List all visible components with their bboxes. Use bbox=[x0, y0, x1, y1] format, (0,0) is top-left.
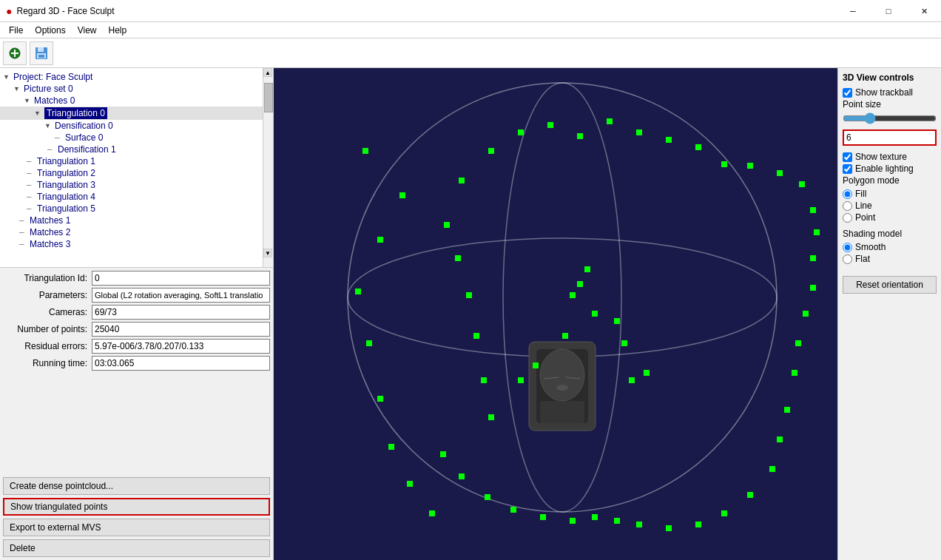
tree-item-matches0[interactable]: ▼ Matches 0 bbox=[0, 95, 273, 107]
tree-arrow-triangulation3: ─ bbox=[27, 181, 37, 189]
tree-label-pictureset: Picture set 0 bbox=[24, 84, 73, 94]
prop-value-cameras[interactable] bbox=[92, 305, 270, 320]
menu-help[interactable]: Help bbox=[103, 24, 133, 37]
3d-object bbox=[529, 342, 596, 431]
polygon-fill-row[interactable]: Fill bbox=[843, 189, 937, 199]
add-button[interactable] bbox=[3, 41, 27, 65]
tree-scrollbar[interactable]: ▼ ▲ bbox=[263, 68, 273, 268]
tree-item-matches3[interactable]: ─ Matches 3 bbox=[0, 238, 273, 250]
prop-row-cameras: Cameras: bbox=[3, 305, 270, 320]
viewport-canvas bbox=[274, 68, 837, 560]
shading-flat-label: Flat bbox=[855, 254, 870, 264]
shading-smooth-label: Smooth bbox=[855, 242, 886, 252]
viewport[interactable] bbox=[274, 68, 837, 560]
svg-rect-4 bbox=[38, 47, 44, 52]
menu-file[interactable]: File bbox=[3, 24, 29, 37]
prop-label-parameters: Parameters: bbox=[3, 290, 92, 300]
toolbar bbox=[0, 38, 941, 68]
main-layout: ▼ Project: Face Sculpt ▼ Picture set 0 ▼… bbox=[0, 68, 941, 560]
point-size-slider-container[interactable] bbox=[843, 112, 937, 126]
svg-point-8 bbox=[348, 238, 777, 357]
tree-arrow-matches3: ─ bbox=[19, 240, 30, 248]
reset-orientation-button[interactable]: Reset orientation bbox=[843, 276, 937, 294]
tree-item-triangulation1[interactable]: ─ Triangulation 1 bbox=[0, 155, 273, 167]
prop-value-parameters[interactable] bbox=[92, 288, 270, 303]
menu-bar: File Options View Help bbox=[0, 22, 941, 38]
shading-model-section: Shading model Smooth Flat bbox=[843, 229, 937, 264]
shading-smooth-radio[interactable] bbox=[843, 243, 852, 252]
properties-panel: Triangulation Id: Parameters: Cameras: N… bbox=[0, 268, 273, 474]
tree-label-triangulation4: Triangulation 4 bbox=[37, 192, 95, 202]
svg-rect-13 bbox=[540, 401, 584, 423]
tree-item-project[interactable]: ▼ Project: Face Sculpt bbox=[0, 71, 273, 83]
svg-point-12 bbox=[540, 349, 584, 401]
right-panel: 3D View controls Show trackball Point si… bbox=[837, 68, 941, 560]
tree-label-triangulation0: Triangulation 0 bbox=[44, 107, 107, 119]
tree-label-densification1: Densification 1 bbox=[58, 144, 116, 155]
point-size-slider[interactable] bbox=[843, 112, 937, 124]
show-texture-label: Show texture bbox=[855, 152, 907, 162]
show-texture-checkbox[interactable] bbox=[843, 152, 852, 162]
tree-item-surface0[interactable]: ─ Surface 0 bbox=[0, 132, 273, 144]
tree-item-densification1[interactable]: ─ Densification 1 bbox=[0, 144, 273, 155]
show-trackball-row[interactable]: Show trackball bbox=[843, 87, 937, 98]
tree-item-densification0[interactable]: ▼ Densification 0 bbox=[0, 120, 273, 132]
title-bar-controls: ─ □ ✕ bbox=[836, 0, 941, 22]
maximize-button[interactable]: □ bbox=[871, 0, 905, 22]
save-button[interactable] bbox=[30, 41, 53, 65]
add-icon bbox=[9, 47, 21, 59]
tree-label-surface0: Surface 0 bbox=[65, 132, 103, 143]
tree-item-triangulation4[interactable]: ─ Triangulation 4 bbox=[0, 191, 273, 203]
create-dense-pointcloud-button[interactable]: Create dense pointcloud... bbox=[3, 477, 270, 495]
prop-value-residual[interactable] bbox=[92, 339, 270, 354]
tree-arrow-densification0: ▼ bbox=[44, 122, 55, 129]
scroll-down-btn[interactable]: ▼ bbox=[263, 249, 272, 257]
show-triangulated-points-button[interactable]: Show triangulated points bbox=[3, 498, 270, 516]
tree-arrow-triangulation1: ─ bbox=[27, 158, 37, 165]
prop-value-triangulation-id[interactable] bbox=[92, 271, 270, 286]
polygon-point-row[interactable]: Point bbox=[843, 212, 937, 223]
prop-value-running-time[interactable] bbox=[92, 356, 270, 371]
minimize-button[interactable]: ─ bbox=[836, 0, 870, 22]
polygon-line-radio[interactable] bbox=[843, 201, 852, 211]
tree-item-triangulation0[interactable]: ▼ Triangulation 0 bbox=[0, 107, 273, 120]
prop-value-numpoints[interactable] bbox=[92, 322, 270, 337]
show-texture-row[interactable]: Show texture bbox=[843, 152, 937, 162]
tree-item-matches2[interactable]: ─ Matches 2 bbox=[0, 226, 273, 238]
polygon-line-row[interactable]: Line bbox=[843, 200, 937, 211]
tree-item-triangulation3[interactable]: ─ Triangulation 3 bbox=[0, 179, 273, 191]
tree-item-triangulation5[interactable]: ─ Triangulation 5 bbox=[0, 203, 273, 215]
tree-scroll-thumb[interactable] bbox=[264, 83, 273, 112]
shading-smooth-row[interactable]: Smooth bbox=[843, 242, 937, 252]
tree-item-matches1[interactable]: ─ Matches 1 bbox=[0, 215, 273, 226]
menu-options[interactable]: Options bbox=[29, 24, 71, 37]
point-size-input[interactable]: 6 bbox=[843, 129, 937, 146]
enable-lighting-row[interactable]: Enable lighting bbox=[843, 163, 937, 174]
panel-title: 3D View controls bbox=[843, 72, 937, 83]
tree-arrow-project: ▼ bbox=[3, 73, 13, 81]
prop-row-residual: Residual errors: bbox=[3, 339, 270, 354]
tree-item-triangulation2[interactable]: ─ Triangulation 2 bbox=[0, 167, 273, 179]
tree-label-triangulation2: Triangulation 2 bbox=[37, 168, 95, 178]
tree-arrow-matches0: ▼ bbox=[24, 97, 34, 104]
tree-view[interactable]: ▼ Project: Face Sculpt ▼ Picture set 0 ▼… bbox=[0, 68, 273, 268]
tree-arrow-triangulation2: ─ bbox=[27, 169, 37, 177]
close-button[interactable]: ✕ bbox=[907, 0, 941, 22]
scroll-up-btn[interactable]: ▲ bbox=[263, 68, 272, 77]
svg-point-7 bbox=[348, 83, 777, 512]
tree-arrow-matches1: ─ bbox=[19, 217, 30, 224]
polygon-point-label: Point bbox=[855, 212, 875, 223]
tree-label-project: Project: Face Sculpt bbox=[13, 72, 92, 82]
enable-lighting-checkbox[interactable] bbox=[843, 164, 852, 174]
tree-label-matches0: Matches 0 bbox=[34, 95, 75, 106]
polygon-fill-radio[interactable] bbox=[843, 189, 852, 199]
tree-item-pictureset[interactable]: ▼ Picture set 0 bbox=[0, 83, 273, 95]
show-trackball-checkbox[interactable] bbox=[843, 88, 852, 98]
menu-view[interactable]: View bbox=[72, 24, 103, 37]
prop-label-running-time: Running time: bbox=[3, 358, 92, 368]
export-external-mvs-button[interactable]: Export to external MVS bbox=[3, 519, 270, 536]
delete-button[interactable]: Delete bbox=[3, 539, 270, 557]
shading-flat-radio[interactable] bbox=[843, 254, 852, 264]
polygon-point-radio[interactable] bbox=[843, 213, 852, 223]
shading-flat-row[interactable]: Flat bbox=[843, 254, 937, 264]
